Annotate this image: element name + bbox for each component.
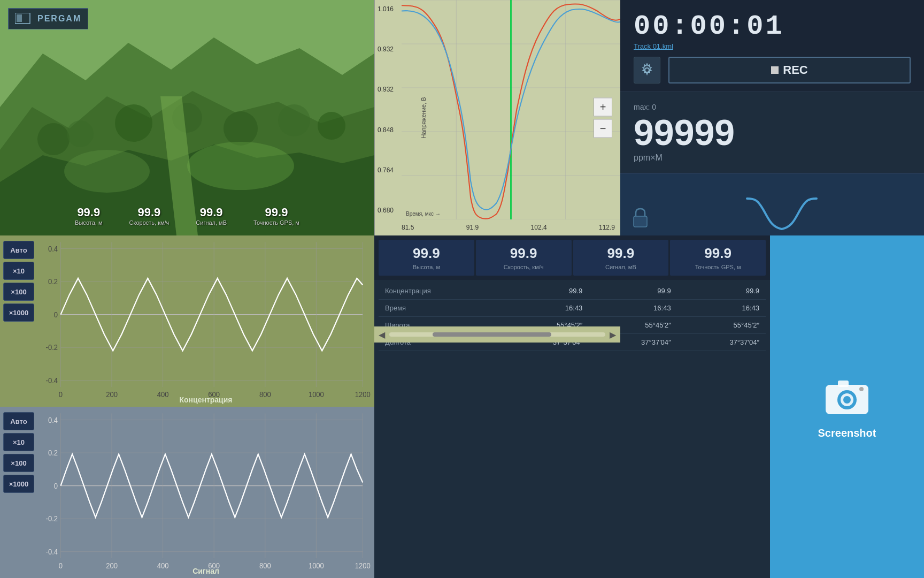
concentration-x1000-button[interactable]: ×1000 bbox=[3, 303, 34, 322]
svg-text:0.2: 0.2 bbox=[48, 448, 58, 457]
svg-text:0.4: 0.4 bbox=[48, 415, 58, 424]
concentration-x100-button[interactable]: ×100 bbox=[3, 283, 34, 301]
rec-icon bbox=[771, 66, 779, 74]
svg-text:-0.4: -0.4 bbox=[46, 376, 58, 385]
rec-label: REC bbox=[783, 63, 807, 77]
track-link[interactable]: Track 01.kml bbox=[634, 42, 911, 50]
scroll-right-arrow[interactable]: ▶ bbox=[610, 330, 616, 340]
svg-text:0.4: 0.4 bbox=[48, 244, 58, 253]
svg-point-8 bbox=[224, 111, 258, 146]
unit-label: ppm×M bbox=[634, 153, 911, 163]
svg-text:-0.4: -0.4 bbox=[46, 547, 58, 556]
video-stat-height: 99.9 Высота, м bbox=[75, 206, 102, 226]
rec-button[interactable]: REC bbox=[668, 57, 911, 83]
concentration-chart-area: 0.4 0.2 0 -0.2 -0.4 0 200 400 600 800 10… bbox=[37, 235, 374, 407]
svg-point-5 bbox=[67, 120, 94, 147]
y-axis-labels: 1.016 0.932 0.932 0.848 0.764 0.680 bbox=[375, 0, 402, 219]
svg-text:0.2: 0.2 bbox=[48, 277, 58, 286]
timer-section: 00:00:01 Track 01.kml REC bbox=[620, 0, 924, 92]
scroll-nav: ◀ ▶ bbox=[374, 326, 620, 343]
concentration-auto-button[interactable]: Авто bbox=[3, 241, 34, 259]
video-stat-speed: 99.9 Скорость, км/ч bbox=[129, 206, 170, 226]
data-table-area: 99.9 Высота, м 99.9 Скорость, км/ч 99.9 … bbox=[374, 235, 770, 578]
svg-text:0: 0 bbox=[54, 310, 58, 319]
svg-text:-0.2: -0.2 bbox=[46, 514, 58, 523]
svg-text:0: 0 bbox=[54, 481, 58, 490]
concentration-chart-title: Концентрация bbox=[37, 396, 374, 404]
signal-chart-area: 0.4 0.2 0 -0.2 -0.4 0 200 400 600 800 10… bbox=[37, 407, 374, 578]
svg-point-9 bbox=[278, 104, 310, 136]
settings-button[interactable] bbox=[634, 57, 660, 83]
main-waveform-chart: 1.016 0.932 0.932 0.848 0.764 0.680 Напр… bbox=[374, 0, 620, 235]
video-stat-signal: 99.9 Сигнал, мВ bbox=[196, 206, 227, 226]
screenshot-label: Screenshot bbox=[818, 427, 876, 439]
table-row: Концентрация 99.9 99.9 99.9 bbox=[379, 283, 766, 300]
data-stat-gps: 99.9 Точность GPS, м bbox=[670, 240, 766, 276]
signal-auto-button[interactable]: Авто bbox=[3, 412, 34, 430]
svg-point-10 bbox=[318, 112, 345, 140]
scroll-thumb bbox=[433, 332, 551, 337]
logo-text: PERGAM bbox=[37, 14, 81, 23]
concentration-chart: Авто ×10 ×100 ×1000 bbox=[0, 235, 374, 407]
table-row: Время 16:43 16:43 16:43 bbox=[379, 300, 766, 317]
camera-icon bbox=[823, 374, 871, 419]
signal-chart-controls: Авто ×10 ×100 ×1000 bbox=[0, 407, 37, 578]
zoom-out-button[interactable]: − bbox=[594, 119, 612, 138]
signal-chart-title: Сигнал bbox=[37, 567, 374, 575]
svg-rect-56 bbox=[838, 381, 849, 387]
video-stat-gps: 99.9 Точность GPS, м bbox=[253, 206, 299, 226]
svg-text:-0.2: -0.2 bbox=[46, 343, 58, 352]
svg-point-55 bbox=[843, 396, 851, 404]
svg-point-26 bbox=[645, 68, 649, 72]
svg-rect-27 bbox=[634, 216, 647, 227]
data-table: Концентрация 99.9 99.9 99.9 Время 16:43 … bbox=[374, 280, 770, 578]
data-stat-signal: 99.9 Сигнал, мВ bbox=[573, 240, 669, 276]
pergam-logo: PERGAM bbox=[8, 8, 88, 29]
video-stats: 99.9 Высота, м 99.9 Скорость, км/ч 99.9 … bbox=[0, 206, 374, 226]
data-stats-row: 99.9 Высота, м 99.9 Скорость, км/ч 99.9 … bbox=[374, 235, 770, 280]
max-label: max: 0 bbox=[634, 103, 911, 111]
lock-icon bbox=[631, 207, 650, 232]
x-axis-labels: 81.5 91.9 102.4 112.9 bbox=[402, 219, 620, 235]
scroll-left-arrow[interactable]: ◀ bbox=[379, 330, 385, 340]
zoom-in-button[interactable]: + bbox=[594, 98, 612, 117]
scroll-track[interactable] bbox=[389, 332, 605, 337]
signal-x1000-button[interactable]: ×1000 bbox=[3, 475, 34, 493]
svg-point-4 bbox=[37, 123, 70, 155]
data-stat-speed: 99.9 Скорость, км/ч bbox=[476, 240, 572, 276]
concentration-x10-button[interactable]: ×10 bbox=[3, 262, 34, 280]
measurement-section: max: 0 99999 ppm×M bbox=[620, 92, 924, 173]
concentration-chart-controls: Авто ×10 ×100 ×1000 bbox=[0, 235, 37, 407]
screenshot-button[interactable]: Screenshot bbox=[770, 235, 924, 578]
svg-point-6 bbox=[115, 104, 152, 142]
time-axis-label: Время, мкс → bbox=[406, 211, 441, 217]
chart-svg-area bbox=[402, 0, 620, 219]
signal-chart: Авто ×10 ×100 ×1000 bbox=[0, 407, 374, 578]
zoom-controls: + − bbox=[594, 98, 612, 138]
video-feed: PERGAM 99.9 Высота, м 99.9 Скорость, км/… bbox=[0, 0, 374, 235]
svg-point-57 bbox=[859, 387, 864, 391]
y-axis-label: Напряжение, В bbox=[420, 97, 427, 138]
signal-x100-button[interactable]: ×100 bbox=[3, 454, 34, 472]
svg-rect-15 bbox=[17, 14, 22, 22]
top-right-panel: 00:00:01 Track 01.kml REC max: 0 99999 p… bbox=[620, 0, 924, 235]
main-value: 99999 bbox=[634, 114, 911, 150]
timer-display: 00:00:01 bbox=[634, 11, 911, 42]
svg-point-11 bbox=[64, 150, 150, 193]
signal-x10-button[interactable]: ×10 bbox=[3, 433, 34, 451]
svg-point-12 bbox=[187, 142, 294, 190]
data-stat-height: 99.9 Высота, м bbox=[379, 240, 474, 276]
